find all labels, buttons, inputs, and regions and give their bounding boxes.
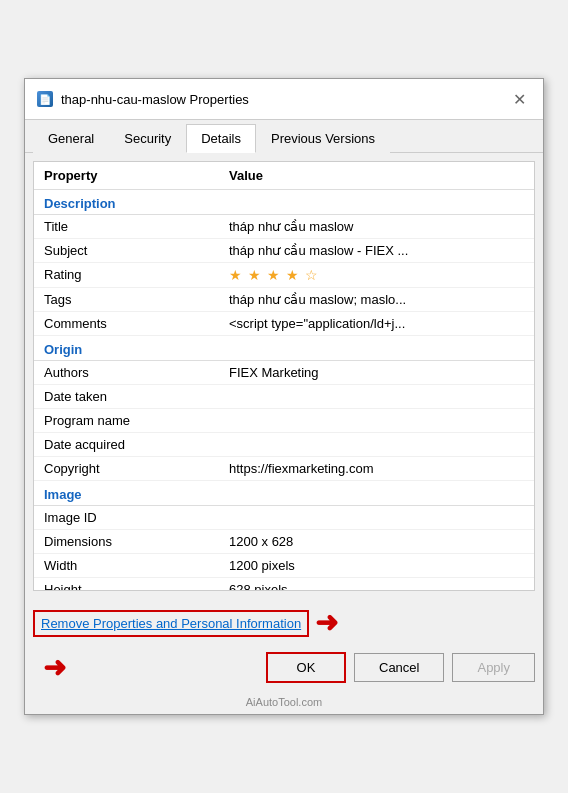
section-image: Image bbox=[34, 481, 534, 506]
prop-copyright-value: https://fiexmarketing.com bbox=[229, 461, 524, 476]
window-icon: 📄 bbox=[37, 91, 53, 107]
tab-previous-versions[interactable]: Previous Versions bbox=[256, 124, 390, 153]
footer-link-area: Remove Properties and Personal Informati… bbox=[25, 599, 543, 645]
prop-authors-label: Authors bbox=[44, 365, 229, 380]
header-property: Property bbox=[44, 168, 229, 183]
tab-bar: General Security Details Previous Versio… bbox=[25, 124, 543, 153]
header-value: Value bbox=[229, 168, 524, 183]
apply-button[interactable]: Apply bbox=[452, 653, 535, 682]
tab-general[interactable]: General bbox=[33, 124, 109, 153]
prop-height-label: Height bbox=[44, 582, 229, 590]
arrow-left-container: ➜ bbox=[33, 651, 258, 684]
table-row: Date taken bbox=[34, 385, 534, 409]
table-row: Copyright https://fiexmarketing.com bbox=[34, 457, 534, 481]
table-row: Height 628 pixels bbox=[34, 578, 534, 590]
table-row: Dimensions 1200 x 628 bbox=[34, 530, 534, 554]
prop-authors-value: FIEX Marketing bbox=[229, 365, 524, 380]
prop-imageid-label: Image ID bbox=[44, 510, 229, 525]
prop-program-label: Program name bbox=[44, 413, 229, 428]
watermark: AiAutoTool.com bbox=[25, 694, 543, 714]
prop-comments-label: Comments bbox=[44, 316, 229, 331]
table-row: Rating ★ ★ ★ ★ ☆ bbox=[34, 263, 534, 288]
prop-title-label: Title bbox=[44, 219, 229, 234]
remove-properties-link[interactable]: Remove Properties and Personal Informati… bbox=[33, 610, 309, 637]
button-row: ➜ OK Cancel Apply bbox=[25, 645, 543, 694]
prop-dimensions-value: 1200 x 628 bbox=[229, 534, 524, 549]
prop-tags-label: Tags bbox=[44, 292, 229, 307]
table-row: Program name bbox=[34, 409, 534, 433]
prop-subject-value: tháp như cầu maslow - FIEX ... bbox=[229, 243, 524, 258]
title-bar-left: 📄 thap-nhu-cau-maslow Properties bbox=[37, 91, 249, 107]
table-row: Tags tháp như cầu maslow; maslo... bbox=[34, 288, 534, 312]
table-row: Width 1200 pixels bbox=[34, 554, 534, 578]
table-row: Authors FIEX Marketing bbox=[34, 361, 534, 385]
details-table: Property Value Description Title tháp nh… bbox=[33, 161, 535, 591]
table-row: Image ID bbox=[34, 506, 534, 530]
prop-rating-label: Rating bbox=[44, 267, 229, 282]
prop-dateacquired-label: Date acquired bbox=[44, 437, 229, 452]
prop-width-label: Width bbox=[44, 558, 229, 573]
prop-copyright-label: Copyright bbox=[44, 461, 229, 476]
prop-dimensions-label: Dimensions bbox=[44, 534, 229, 549]
prop-comments-value: <script type="application/ld+j... bbox=[229, 316, 524, 331]
table-row: Title tháp như cầu maslow bbox=[34, 215, 534, 239]
title-bar: 📄 thap-nhu-cau-maslow Properties ✕ bbox=[25, 79, 543, 120]
table-row: Date acquired bbox=[34, 433, 534, 457]
section-origin: Origin bbox=[34, 336, 534, 361]
window-title: thap-nhu-cau-maslow Properties bbox=[61, 92, 249, 107]
cancel-button[interactable]: Cancel bbox=[354, 653, 444, 682]
arrow-right-icon: ➜ bbox=[315, 609, 338, 637]
content-wrapper: Description Title tháp như cầu maslow Su… bbox=[34, 190, 534, 590]
ok-button[interactable]: OK bbox=[266, 652, 346, 683]
prop-rating-value: ★ ★ ★ ★ ☆ bbox=[229, 267, 524, 283]
close-button[interactable]: ✕ bbox=[507, 87, 531, 111]
table-scroll[interactable]: Description Title tháp như cầu maslow Su… bbox=[34, 190, 534, 590]
prop-height-value: 628 pixels bbox=[229, 582, 524, 590]
prop-tags-value: tháp như cầu maslow; maslo... bbox=[229, 292, 524, 307]
table-main: Description Title tháp như cầu maslow Su… bbox=[34, 190, 534, 590]
prop-subject-label: Subject bbox=[44, 243, 229, 258]
prop-title-value: tháp như cầu maslow bbox=[229, 219, 524, 234]
arrow-left-icon: ➜ bbox=[43, 651, 66, 684]
properties-window: 📄 thap-nhu-cau-maslow Properties ✕ Gener… bbox=[24, 78, 544, 715]
tab-security[interactable]: Security bbox=[109, 124, 186, 153]
tab-details[interactable]: Details bbox=[186, 124, 256, 153]
table-row: Subject tháp như cầu maslow - FIEX ... bbox=[34, 239, 534, 263]
section-description: Description bbox=[34, 190, 534, 215]
table-row: Comments <script type="application/ld+j.… bbox=[34, 312, 534, 336]
prop-datetaken-label: Date taken bbox=[44, 389, 229, 404]
prop-width-value: 1200 pixels bbox=[229, 558, 524, 573]
table-header: Property Value bbox=[34, 162, 534, 190]
